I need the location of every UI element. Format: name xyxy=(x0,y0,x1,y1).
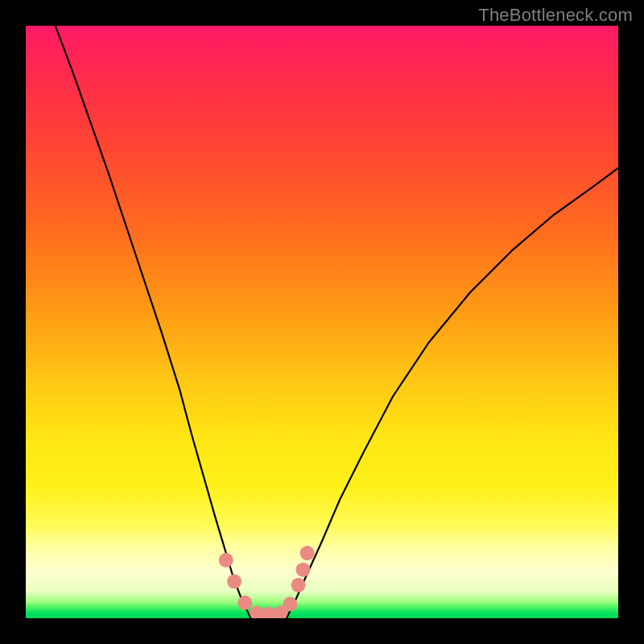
watermark-label: TheBottleneck.com xyxy=(478,5,633,26)
series-right-branch xyxy=(287,168,618,618)
series-left-branch xyxy=(56,26,251,618)
chart-svg xyxy=(26,26,618,618)
marker-valley-markers xyxy=(227,574,242,588)
marker-valley-markers xyxy=(283,597,297,611)
marker-valley-markers xyxy=(295,563,310,577)
plot-area xyxy=(26,26,618,618)
marker-valley-markers xyxy=(219,553,233,568)
series-layer xyxy=(56,26,618,618)
marker-valley-markers xyxy=(300,546,315,560)
marker-valley-markers xyxy=(237,596,252,610)
chart-stage: TheBottleneck.com xyxy=(0,0,644,644)
marker-valley-markers xyxy=(291,578,306,592)
